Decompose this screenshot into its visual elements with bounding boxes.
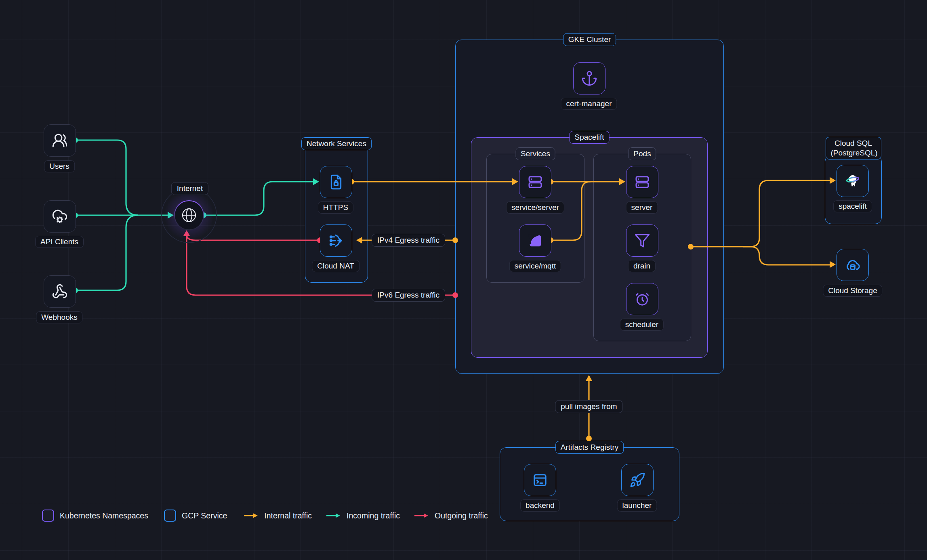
service-server-node[interactable] <box>519 166 551 198</box>
service-mqtt-label: service/mqtt <box>509 260 561 272</box>
alarm-clock-icon <box>634 291 650 307</box>
pull-images-label: pull images from <box>555 400 622 413</box>
funnel-icon <box>634 233 650 249</box>
cloud-nat-node[interactable] <box>320 224 352 257</box>
legend-kubernetes-namespaces: Kubernetes Namespaces <box>42 510 148 522</box>
launcher-node[interactable] <box>621 464 654 496</box>
spacelift-db-node[interactable] <box>837 165 869 197</box>
cloud-sql-title: Cloud SQL (PostgreSQL) <box>826 137 881 159</box>
rocket-icon <box>629 472 645 488</box>
incoming-traffic-edges <box>75 140 316 290</box>
globe-icon <box>183 209 195 222</box>
edge-users-internet <box>75 140 138 215</box>
ipv4-egress-label: IPv4 Egress traffic <box>372 234 445 247</box>
legend-internal-traffic: Internal traffic <box>243 511 312 520</box>
api-clients-node[interactable] <box>44 200 76 233</box>
arrow-into-internet-bottom <box>183 230 190 236</box>
cert-manager-node[interactable] <box>573 62 605 94</box>
architecture-diagram: Network Services GKE Cluster Spacelift S… <box>0 0 927 560</box>
edge-internet-https <box>204 182 316 215</box>
cloud-database-icon <box>845 257 861 273</box>
cloud-storage-node[interactable] <box>837 249 869 281</box>
backend-label: backend <box>520 499 560 512</box>
spacelift-db-label: spacelift <box>833 200 872 212</box>
pod-server-node[interactable] <box>626 166 658 198</box>
edge-cloudnat-internet <box>187 235 320 240</box>
gke-cluster-title: GKE Cluster <box>563 33 616 46</box>
cloud-nat-label: Cloud NAT <box>312 260 359 272</box>
network-services-title: Network Services <box>301 137 372 150</box>
https-label: HTTPS <box>318 201 353 214</box>
drain-node[interactable] <box>626 224 658 257</box>
pods-title: Pods <box>628 147 656 160</box>
service-server-label: service/server <box>506 201 564 214</box>
backend-node[interactable] <box>524 464 556 496</box>
incoming-traffic-arrow-icon <box>326 512 341 519</box>
server-icon <box>527 174 543 190</box>
legend-incoming-label: Incoming traffic <box>347 511 400 520</box>
terminal-window-icon <box>532 472 548 488</box>
legend-kubernetes-label: Kubernetes Namespaces <box>60 511 148 520</box>
server-icon <box>634 174 650 190</box>
spacelift-title: Spacelift <box>570 131 610 144</box>
api-clients-label: API Clients <box>35 236 84 248</box>
edge-pods-cloudstorage <box>743 247 832 265</box>
legend-outgoing-traffic: Outgoing traffic <box>414 511 488 520</box>
services-title: Services <box>515 147 555 160</box>
legend-outgoing-label: Outgoing traffic <box>435 511 488 520</box>
internet-circle <box>174 201 204 230</box>
anchor-icon <box>581 70 597 86</box>
legend-internal-label: Internal traffic <box>264 511 312 520</box>
scheduler-label: scheduler <box>620 319 664 331</box>
legend-gcp-label: GCP Service <box>182 511 227 520</box>
webhooks-node[interactable] <box>44 275 76 308</box>
cert-manager-label: cert-manager <box>561 98 617 110</box>
arrow-into-internet <box>168 212 174 219</box>
mqtt-icon <box>527 233 543 249</box>
service-mqtt-node[interactable] <box>519 224 551 257</box>
legend: Kubernetes Namespaces GCP Service Intern… <box>42 510 488 522</box>
internet-label: Internet <box>171 182 208 195</box>
ipv6-egress-label: IPv6 Egress traffic <box>372 289 445 302</box>
users-icon <box>52 132 68 149</box>
scheduler-node[interactable] <box>626 283 658 315</box>
incoming-dots <box>72 137 206 293</box>
internet-outer-ring <box>162 188 217 243</box>
cloud-gear-icon <box>52 208 68 224</box>
drain-label: drain <box>628 260 656 272</box>
legend-incoming-traffic: Incoming traffic <box>326 511 400 520</box>
kubernetes-namespace-swatch <box>42 510 54 522</box>
arrow-into-gke-bottom <box>586 375 593 381</box>
outgoing-traffic-arrow-icon <box>414 512 429 519</box>
artifacts-registry-title: Artifacts Registry <box>555 441 624 454</box>
pod-server-label: server <box>626 201 658 214</box>
internet-circle-accent <box>174 201 204 230</box>
legend-gcp-service: GCP Service <box>164 510 227 522</box>
cloud-nat-icon <box>328 233 344 249</box>
https-node[interactable] <box>320 166 352 198</box>
file-lock-icon <box>328 174 344 190</box>
launcher-label: launcher <box>617 499 657 512</box>
users-node[interactable] <box>44 124 76 157</box>
edge-webhooks-internet <box>75 215 138 290</box>
outgoing-arrowheads <box>183 230 190 236</box>
webhooks-label: Webhooks <box>36 311 82 323</box>
webhook-icon <box>52 283 68 300</box>
users-label: Users <box>44 160 75 172</box>
arrow-into-cloudstorage <box>830 261 836 268</box>
cloud-storage-label: Cloud Storage <box>823 285 882 297</box>
gcp-service-swatch <box>164 510 176 522</box>
internal-traffic-arrow-icon <box>243 512 259 519</box>
spacelift-logo-icon <box>844 172 862 190</box>
